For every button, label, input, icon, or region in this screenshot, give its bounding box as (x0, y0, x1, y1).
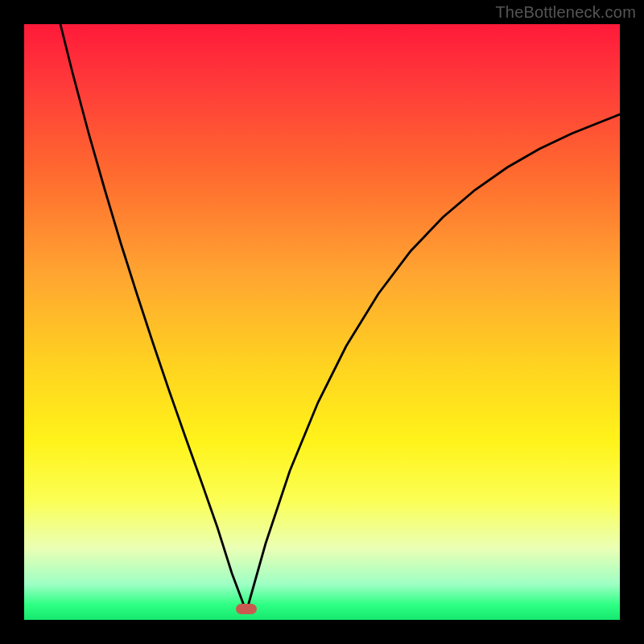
watermark-text: TheBottleneck.com (495, 3, 636, 22)
curve-left-branch (60, 24, 246, 612)
chart-frame: TheBottleneck.com (0, 0, 644, 644)
curve-right-branch (246, 114, 620, 612)
curve-layer (24, 24, 620, 620)
plot-area (24, 24, 620, 620)
minimum-marker (236, 604, 257, 614)
